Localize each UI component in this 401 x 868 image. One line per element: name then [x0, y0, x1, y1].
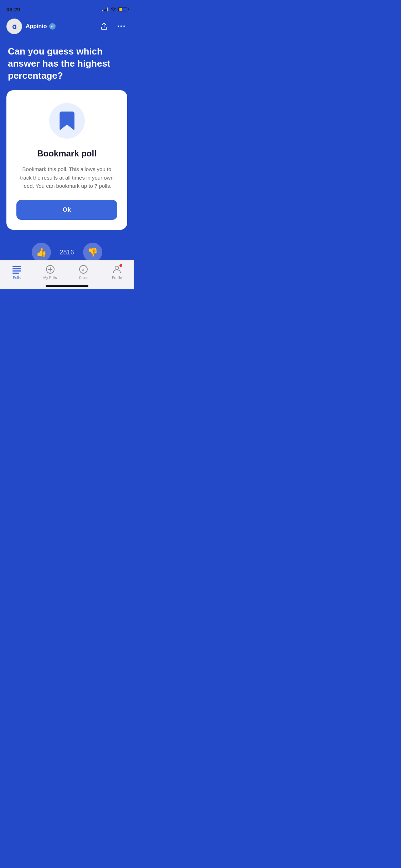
- status-bar: 08:29: [0, 0, 134, 16]
- svg-rect-1: [12, 268, 21, 269]
- thumbs-up-icon: 👍: [36, 247, 47, 257]
- polls-icon: [12, 264, 22, 274]
- nav-item-profile[interactable]: Profile: [100, 264, 134, 280]
- verified-icon: ✓: [51, 24, 54, 29]
- more-button[interactable]: ···: [116, 20, 127, 32]
- more-dots-icon: ···: [117, 22, 126, 31]
- my-polls-icon: [45, 264, 55, 274]
- status-time: 08:29: [6, 6, 20, 12]
- verified-badge: ✓: [49, 23, 56, 30]
- svg-text:ɑ: ɑ: [82, 268, 84, 272]
- coins-label: Coins: [79, 276, 88, 280]
- app-identity: ɑ Appinio ✓: [6, 19, 56, 34]
- nav-item-my-polls[interactable]: My Polls: [34, 264, 67, 280]
- share-button[interactable]: [99, 21, 109, 32]
- bookmark-icon-circle: [49, 103, 85, 139]
- svg-rect-0: [12, 266, 21, 267]
- signal-bar-1: [102, 10, 103, 11]
- app-name-row: Appinio ✓: [26, 23, 56, 30]
- ok-button[interactable]: Ok: [16, 200, 117, 220]
- home-indicator: [46, 285, 88, 287]
- status-icons: [102, 7, 127, 11]
- profile-notification-dot: [119, 264, 123, 267]
- reaction-count: 2816: [58, 249, 76, 256]
- svg-rect-2: [12, 270, 21, 272]
- app-logo: ɑ: [6, 19, 22, 34]
- thumbs-down-icon: 👎: [87, 247, 98, 257]
- polls-label: Polls: [13, 276, 21, 280]
- nav-item-polls[interactable]: Polls: [0, 264, 34, 280]
- svg-rect-3: [12, 273, 19, 274]
- thumbs-up-button[interactable]: 👍: [32, 243, 51, 262]
- share-icon: [100, 22, 108, 30]
- signal-icon: [102, 7, 108, 11]
- question-text: Can you guess which answer has the highe…: [0, 38, 134, 90]
- app-logo-letter: ɑ: [12, 22, 17, 31]
- wifi-icon: [110, 7, 116, 11]
- nav-item-coins[interactable]: ɑ Coins: [67, 264, 101, 280]
- header-actions: ···: [99, 20, 127, 32]
- modal-title: Bookmark poll: [37, 149, 97, 159]
- battery-icon: [118, 7, 127, 11]
- profile-icon-wrap: [112, 264, 122, 274]
- coins-icon: ɑ: [78, 264, 88, 274]
- app-header: ɑ Appinio ✓ ···: [0, 16, 134, 38]
- signal-bar-2: [104, 10, 105, 11]
- bookmark-modal: Bookmark poll Bookmark this poll. This a…: [6, 90, 127, 230]
- profile-label: Profile: [112, 276, 122, 280]
- svg-point-9: [115, 266, 119, 270]
- modal-description: Bookmark this poll. This allows you to t…: [16, 165, 117, 190]
- app-name: Appinio: [26, 23, 47, 30]
- my-polls-label: My Polls: [43, 276, 57, 280]
- battery-fill: [119, 8, 122, 11]
- signal-bar-3: [106, 9, 107, 11]
- bookmark-icon: [60, 112, 74, 130]
- thumbs-down-button[interactable]: 👎: [83, 243, 102, 262]
- signal-bar-4: [107, 7, 108, 11]
